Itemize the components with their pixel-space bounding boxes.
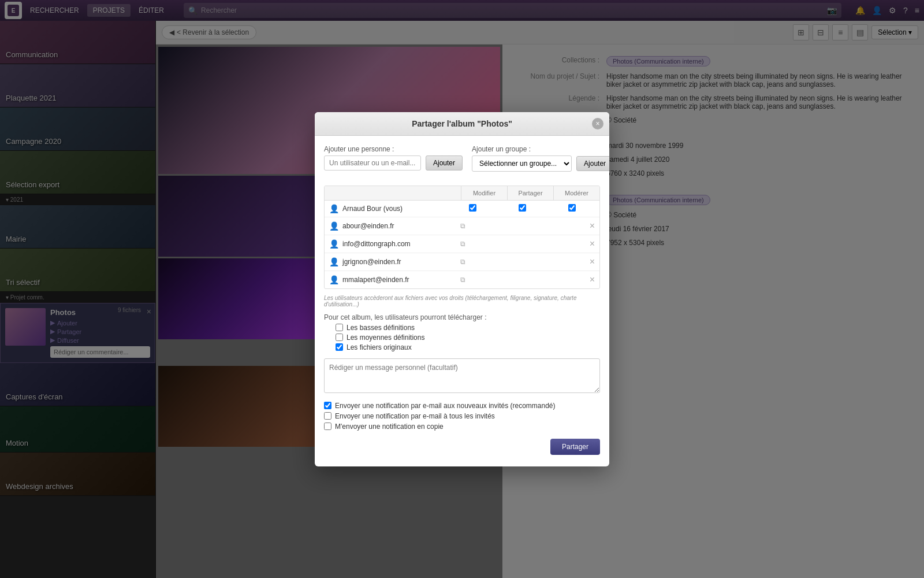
download-option-label: Les basses définitions (346, 324, 415, 332)
share-modal: Partager l'album "Photos" × Ajouter une … (315, 112, 609, 466)
user-row-2: 👤 info@dittongraph.com ⧉ × (325, 235, 599, 253)
share-button[interactable]: Partager (550, 439, 600, 455)
add-person-row: Ajouter (324, 155, 463, 171)
notif-checkbox-copie[interactable] (324, 423, 331, 430)
users-table-header: Modifier Partager Modérer (325, 186, 599, 201)
add-group-label: Ajouter un groupe : (472, 145, 609, 153)
col-partager: Partager (507, 186, 553, 200)
copy-icon[interactable]: ⧉ (460, 276, 465, 284)
user-row-1: 👤 abour@einden.fr ⧉ × (325, 217, 599, 235)
user-name: mmalapert@einden.fr (342, 276, 454, 284)
group-select[interactable]: Sélectionner un groupe... (472, 155, 572, 172)
download-options: Les basses définitions Les moyennes défi… (324, 324, 600, 351)
download-option-moyenne[interactable]: Les moyennes définitions (336, 334, 600, 342)
download-option-label: Les moyennes définitions (346, 334, 424, 342)
user-check-moderer (549, 204, 595, 213)
notif-options: Envoyer une notification par e-mail aux … (324, 402, 600, 431)
user-row-4: 👤 mmalapert@einden.fr ⧉ × (325, 271, 599, 288)
notif-checkbox-tous[interactable] (324, 412, 331, 420)
user-avatar-icon: 👤 (329, 204, 339, 213)
download-checkbox-originaux[interactable] (336, 343, 343, 351)
col-moderer: Modérer (553, 186, 599, 200)
modal-footer: Partager (324, 439, 600, 457)
copy-icon[interactable]: ⧉ (460, 258, 465, 266)
user-avatar-icon: 👤 (329, 257, 339, 266)
remove-user-button[interactable]: × (590, 257, 595, 267)
user-check-partager (499, 204, 545, 213)
download-option-originaux[interactable]: Les fichiers originaux (336, 343, 600, 351)
add-person-button[interactable]: Ajouter (426, 155, 463, 171)
user-row-3: 👤 jgrignon@einden.fr ⧉ × (325, 253, 599, 271)
download-checkbox-basse[interactable] (336, 324, 343, 331)
copy-icon[interactable]: ⧉ (460, 222, 465, 230)
user-name: info@dittongraph.com (342, 240, 454, 248)
user-name: jgrignon@einden.fr (342, 258, 454, 266)
add-person-label: Ajouter une personne : (324, 145, 463, 153)
notif-option-nouveaux[interactable]: Envoyer une notification par e-mail aux … (324, 402, 600, 410)
add-row: Ajouter une personne : Ajouter Ajouter u… (324, 145, 600, 179)
modal-close-button[interactable]: × (592, 118, 603, 129)
person-input[interactable] (324, 155, 421, 171)
notif-checkbox-nouveaux[interactable] (324, 402, 331, 409)
notif-option-copie[interactable]: M'envoyer une notification en copie (324, 423, 600, 431)
add-group-row: Sélectionner un groupe... Ajouter (472, 155, 609, 172)
modal-overlay: Partager l'album "Photos" × Ajouter une … (0, 0, 924, 578)
modal-header: Partager l'album "Photos" × (315, 112, 609, 136)
message-textarea[interactable] (324, 358, 600, 393)
download-section: Pour cet album, les utilisateurs pourron… (324, 313, 600, 351)
info-text: Les utilisateurs accèderont aux fichiers… (324, 295, 600, 307)
users-table: Modifier Partager Modérer 👤 Arnaud Bour … (324, 186, 600, 289)
modal-title: Partager l'album "Photos" (412, 119, 512, 128)
download-option-basse[interactable]: Les basses définitions (336, 324, 600, 332)
user-check-modifier (449, 204, 495, 213)
download-checkbox-moyenne[interactable] (336, 334, 343, 341)
notif-option-tous[interactable]: Envoyer une notification par e-mail à to… (324, 412, 600, 420)
user-avatar-icon: 👤 (329, 275, 339, 284)
user-row-owner: 👤 Arnaud Bour (vous) (325, 201, 599, 217)
notif-option-label: Envoyer une notification par e-mail à to… (335, 412, 495, 420)
add-group-section: Ajouter un groupe : Sélectionner un grou… (472, 145, 609, 179)
user-name: Arnaud Bour (vous) (342, 205, 446, 213)
add-group-button[interactable]: Ajouter (576, 156, 609, 171)
modal-body: Ajouter une personne : Ajouter Ajouter u… (315, 136, 609, 466)
user-name: abour@einden.fr (342, 222, 454, 230)
copy-icon[interactable]: ⧉ (460, 240, 465, 248)
remove-user-button[interactable]: × (590, 221, 595, 231)
notif-option-label: Envoyer une notification par e-mail aux … (335, 402, 556, 410)
remove-user-button[interactable]: × (590, 239, 595, 249)
remove-user-button[interactable]: × (590, 275, 595, 285)
notif-option-label: M'envoyer une notification en copie (335, 423, 444, 431)
add-person-section: Ajouter une personne : Ajouter (324, 145, 463, 179)
user-avatar-icon: 👤 (329, 239, 339, 249)
user-avatar-icon: 👤 (329, 221, 339, 231)
download-option-label: Les fichiers originaux (346, 343, 412, 351)
download-label: Pour cet album, les utilisateurs pourron… (324, 313, 600, 321)
col-modifier: Modifier (461, 186, 507, 200)
